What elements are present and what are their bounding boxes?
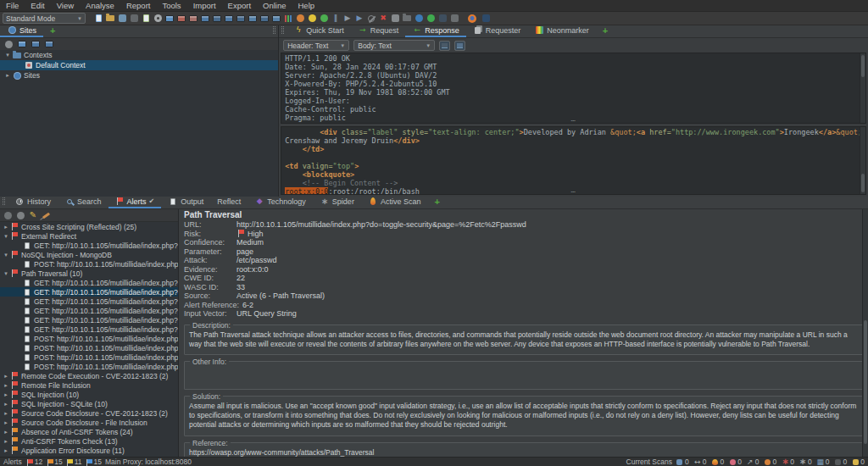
alert-tree-row[interactable]: GET: http://10.10.1.105/mutillidae/index…: [0, 325, 178, 334]
expander-icon[interactable]: ▾: [2, 233, 10, 240]
menu-edit[interactable]: Edit: [25, 1, 50, 10]
alert-tree-row[interactable]: ▾Path Traversal (10): [0, 269, 178, 278]
persist-session-icon[interactable]: [117, 14, 127, 24]
alert-tree-row[interactable]: ▸SQL Injection (10): [0, 390, 178, 399]
layout-full-icon[interactable]: [212, 14, 222, 24]
tree-row[interactable]: Default Context: [0, 60, 278, 70]
expander-icon[interactable]: ▸: [2, 401, 10, 408]
layout-panels-icon[interactable]: [259, 14, 270, 24]
browser-stop-icon[interactable]: [481, 14, 491, 24]
panel-grip[interactable]: [273, 26, 275, 34]
tab-expand-icon[interactable]: [200, 14, 210, 24]
expander-icon[interactable]: ▾: [3, 52, 12, 58]
menu-file[interactable]: File: [0, 1, 25, 10]
alert-tree-row[interactable]: ▾NoSQL Injection - MongoDB: [0, 250, 178, 259]
mode-select[interactable]: Standard Mode ▼: [3, 13, 86, 24]
lightbulb-icon[interactable]: [307, 14, 317, 24]
record-button-icon[interactable]: [319, 14, 329, 24]
tab-active-scan[interactable]: Active Scan: [361, 196, 428, 208]
menu-tools[interactable]: Tools: [156, 1, 186, 10]
alert-tree-row[interactable]: POST: http://10.10.1.105/mutillidae/inde…: [0, 259, 178, 269]
tab-requester[interactable]: Requester: [466, 25, 528, 37]
options-gear-icon[interactable]: [153, 14, 163, 24]
info-alerts-flag[interactable]: 15: [85, 458, 102, 466]
alert-tree-row[interactable]: GET: http://10.10.1.105/mutillidae/index…: [0, 297, 178, 306]
tab-request[interactable]: →Request: [351, 25, 406, 37]
panel-dark-icon[interactable]: [437, 14, 448, 24]
zest-ball-icon[interactable]: [295, 14, 305, 24]
scrollbar[interactable]: [862, 209, 868, 457]
tab-technology[interactable]: ◆Technology: [248, 196, 313, 208]
scrollbar[interactable]: [860, 53, 865, 123]
tab-search[interactable]: Search: [58, 196, 108, 208]
tab-neonmarker[interactable]: Neonmarker: [527, 25, 596, 37]
alert-tree-row[interactable]: ▸Source Code Disclosure - File Inclusion: [0, 418, 178, 427]
firefox-browser-icon[interactable]: [467, 14, 477, 24]
split-grip[interactable]: ⋯: [571, 119, 576, 123]
scope-filter-icon[interactable]: [15, 210, 25, 220]
edit-alert-pencil-icon[interactable]: ✎: [28, 210, 38, 220]
expander-icon[interactable]: ▸: [2, 438, 10, 445]
tab-names-toggle-icon[interactable]: [164, 14, 175, 24]
solution-text[interactable]: Assume all input is malicious. Use an "a…: [189, 402, 858, 430]
alert-tree-row[interactable]: ▾External Redirect: [0, 231, 178, 241]
expander-icon[interactable]: ▸: [3, 72, 12, 79]
new-context-icon[interactable]: [17, 39, 27, 49]
add-tab-button[interactable]: +: [596, 25, 615, 37]
tab-alerts[interactable]: Alerts✔: [108, 196, 162, 208]
combined-view-button[interactable]: [454, 41, 465, 51]
panel-grip[interactable]: [281, 26, 284, 34]
expander-icon[interactable]: ▸: [2, 382, 10, 389]
layout-split-h-icon[interactable]: [224, 14, 234, 24]
high-alerts-flag[interactable]: 12: [25, 458, 42, 466]
session-properties-icon[interactable]: [141, 14, 151, 24]
open-session-icon[interactable]: [105, 14, 115, 24]
alert-tree-row[interactable]: ▸Source Code Disclosure - CVE-2012-1823 …: [0, 408, 178, 418]
pause-button-icon[interactable]: ‖: [331, 14, 341, 24]
menu-help[interactable]: Help: [292, 1, 321, 10]
alert-tree-row[interactable]: GET: http://10.10.1.105/mutillidae/index…: [0, 278, 178, 287]
response-body-area[interactable]: <div class="label" style="text-align: ce…: [281, 126, 866, 195]
snapshot-session-icon[interactable]: [129, 14, 139, 24]
reference-link[interactable]: https://owasp.org/www-community/attacks/…: [189, 448, 858, 458]
alert-tree-row[interactable]: ▸Remote Code Execution - CVE-2012-1823 (…: [0, 371, 178, 380]
alert-tree-row[interactable]: ▸Cross Site Scripting (Reflected) (25): [0, 222, 178, 231]
tab-close-icon[interactable]: [176, 14, 186, 24]
tab-quick-start[interactable]: ϟQuick Start: [287, 25, 351, 37]
menu-report[interactable]: Report: [120, 1, 157, 10]
alert-tree-row[interactable]: GET: http://10.10.1.105/mutillidae/index…: [0, 306, 178, 315]
split-grip[interactable]: ⋯: [571, 191, 576, 194]
script-folder-icon[interactable]: [402, 14, 412, 24]
response-header-area[interactable]: HTTP/1.1 200 OKDate: Sun, 28 Jan 2024 00…: [281, 53, 866, 124]
expander-icon[interactable]: ▸: [2, 447, 10, 454]
alert-tree-row[interactable]: POST: http://10.10.1.105/mutillidae/inde…: [0, 334, 178, 343]
tab-spider[interactable]: ∗Spider: [313, 196, 361, 208]
expander-icon[interactable]: ▸: [2, 224, 10, 230]
split-view-button[interactable]: [439, 41, 450, 51]
menu-online[interactable]: Online: [257, 1, 292, 10]
tab-reflect[interactable]: Reflect: [210, 196, 248, 208]
stop-disabled-icon[interactable]: [366, 14, 376, 24]
alert-tree-row[interactable]: POST: http://10.10.1.105/mutillidae/inde…: [0, 343, 178, 352]
tab-output[interactable]: Output: [161, 196, 210, 208]
menu-export[interactable]: Export: [222, 1, 257, 10]
alert-tree-row[interactable]: POST: http://10.10.1.105/mutillidae/inde…: [0, 352, 178, 362]
expander-icon[interactable]: ▾: [2, 270, 10, 277]
keyboard-icon[interactable]: [390, 14, 400, 24]
tab-history[interactable]: History: [8, 196, 58, 208]
delete-alert-broom-icon[interactable]: [41, 210, 51, 220]
discard-x-icon[interactable]: ✖: [378, 14, 388, 24]
play-button-icon[interactable]: ▶: [342, 14, 353, 24]
alert-tree-row[interactable]: GET: http://10.10.1.105/mutillidae/index…: [0, 287, 178, 297]
new-session-icon[interactable]: [93, 14, 103, 24]
alert-tree-row[interactable]: ▸Application Error Disclosure (11): [0, 446, 178, 455]
alert-tree-row[interactable]: ▸Absence of Anti-CSRF Tokens (24): [0, 427, 178, 436]
scrollbar[interactable]: [860, 127, 865, 194]
menu-import[interactable]: Import: [187, 1, 222, 10]
expander-icon[interactable]: ▸: [2, 373, 10, 380]
add-tab-button[interactable]: +: [427, 196, 446, 208]
expander-icon[interactable]: ▸: [2, 410, 10, 417]
expander-icon[interactable]: ▸: [2, 391, 10, 398]
scope-filter-off-icon[interactable]: [3, 210, 13, 220]
tab-sites[interactable]: Sites: [0, 25, 43, 37]
